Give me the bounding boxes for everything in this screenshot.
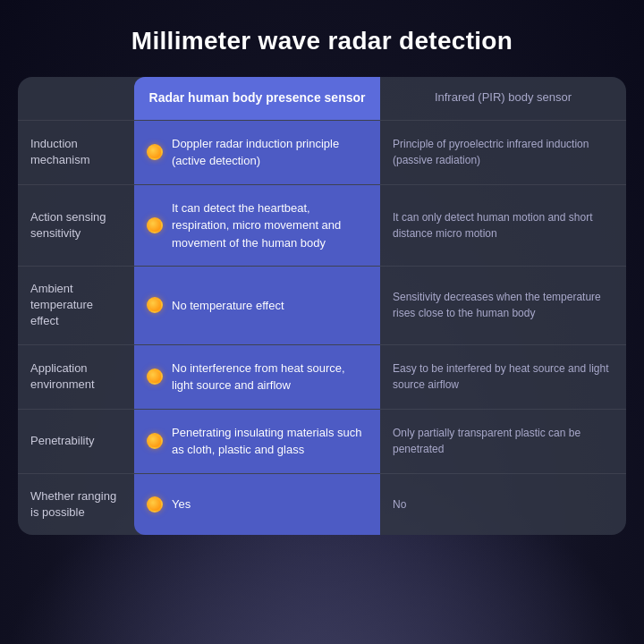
- row-pir-text: Sensitivity decreases when the temperatu…: [393, 289, 614, 321]
- row-radar-cell: No temperature effect: [134, 267, 380, 344]
- row-radar-text: No temperature effect: [172, 297, 284, 315]
- row-radar-text: Penetrating insulating materials such as…: [172, 424, 368, 459]
- radar-indicator-icon: [147, 297, 163, 313]
- row-radar-cell: No interference from heat source, light …: [134, 345, 380, 409]
- row-pir-text: Only partially transparent plastic can b…: [393, 425, 614, 457]
- row-label: Penetrability: [18, 410, 134, 473]
- row-pir-text: No: [393, 496, 406, 513]
- row-pir-text: It can only detect human motion and shor…: [393, 209, 614, 242]
- radar-indicator-icon: [147, 217, 163, 233]
- row-pir-cell: No: [380, 474, 626, 535]
- table-row: Penetrability Penetrating insulating mat…: [18, 409, 626, 473]
- row-label: Whether ranging is possible: [18, 474, 134, 535]
- row-radar-cell: Doppler radar induction principle (activ…: [134, 121, 380, 184]
- table-header: Radar human body presence sensor Infrare…: [18, 77, 626, 120]
- row-label: Ambient temperature effect: [18, 267, 134, 344]
- row-pir-cell: Principle of pyroelectric infrared induc…: [380, 121, 626, 184]
- row-radar-text: No interference from heat source, light …: [172, 360, 368, 394]
- row-label: Induction mechanism: [18, 121, 134, 184]
- radar-indicator-icon: [147, 144, 163, 160]
- row-pir-cell: Sensitivity decreases when the temperatu…: [380, 267, 626, 344]
- radar-indicator-icon: [147, 433, 163, 449]
- table-row: Whether ranging is possible Yes No: [18, 473, 626, 535]
- header-radar-col: Radar human body presence sensor: [134, 77, 380, 120]
- header-empty-cell: [18, 77, 134, 120]
- row-pir-cell: Easy to be interfered by heat source and…: [380, 345, 626, 409]
- comparison-table: Radar human body presence sensor Infrare…: [18, 77, 626, 535]
- table-row: Induction mechanism Doppler radar induct…: [18, 120, 626, 184]
- row-radar-text: Yes: [172, 496, 191, 513]
- row-radar-cell: Penetrating insulating materials such as…: [134, 410, 380, 473]
- row-pir-cell: Only partially transparent plastic can b…: [380, 410, 626, 473]
- row-pir-text: Principle of pyroelectric infrared induc…: [393, 136, 614, 168]
- radar-indicator-icon: [147, 496, 163, 513]
- row-radar-text: Doppler radar induction principle (activ…: [172, 135, 368, 170]
- row-radar-cell: Yes: [134, 474, 380, 535]
- row-pir-cell: It can only detect human motion and shor…: [380, 185, 626, 267]
- row-radar-text: It can detect the heartbeat, respiration…: [172, 199, 368, 252]
- table-body: Induction mechanism Doppler radar induct…: [18, 120, 626, 535]
- table-row: Application environment No interference …: [18, 344, 626, 409]
- row-label: Application environment: [18, 345, 134, 409]
- radar-indicator-icon: [147, 369, 163, 385]
- page-title: Millimeter wave radar detection: [131, 27, 513, 55]
- row-radar-cell: It can detect the heartbeat, respiration…: [134, 185, 380, 267]
- table-row: Action sensing sensitivity It can detect…: [18, 184, 626, 267]
- header-pir-col: Infrared (PIR) body sensor: [380, 77, 626, 120]
- table-row: Ambient temperature effect No temperatur…: [18, 266, 626, 344]
- row-pir-text: Easy to be interfered by heat source and…: [393, 360, 614, 393]
- row-label: Action sensing sensitivity: [18, 185, 134, 267]
